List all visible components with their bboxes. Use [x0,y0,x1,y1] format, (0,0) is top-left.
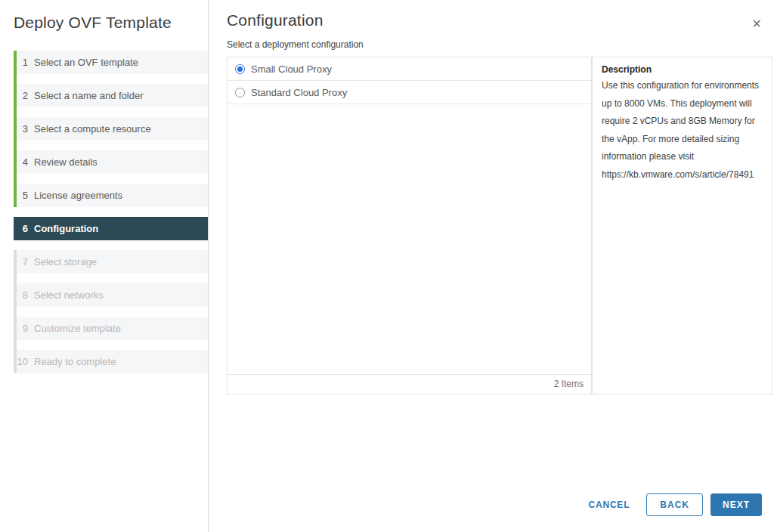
step-label: Select networks [34,289,104,301]
step-label: Select an OVF template [34,57,138,68]
cancel-button[interactable]: CANCEL [586,493,633,516]
radio-unselected-icon[interactable] [235,88,245,97]
config-option-small-cloud-proxy[interactable]: Small Cloud Proxy [228,57,591,81]
footer-actions: CANCEL BACK NEXT [586,493,763,516]
step-label: Configuration [34,223,98,234]
step-number: 6 [17,223,28,234]
description-heading: Description [602,64,763,75]
configuration-area: Small Cloud ProxyStandard Cloud Proxy 2 … [227,57,774,394]
deploy-ovf-template-dialog: Deploy OVF Template 1Select an OVF templ… [0,0,774,532]
close-icon: ✕ [752,17,762,30]
step-label: License agreements [34,190,122,201]
wizard-steps: 1Select an OVF template2Select a name an… [14,51,208,373]
page-title: Configuration [227,11,774,29]
step-group-completed: 1Select an OVF template2Select a name an… [14,51,208,207]
step-number: 9 [17,323,28,334]
step-number: 10 [17,356,28,367]
wizard-content: ✕ Configuration Select a deployment conf… [209,0,774,532]
back-button[interactable]: BACK [646,493,703,516]
option-label: Small Cloud Proxy [251,63,332,75]
step-number: 3 [17,123,28,135]
step-number: 1 [17,57,28,68]
sidebar-step-8: 8Select networks [17,283,208,307]
table-footer: 2 Items [228,374,591,394]
step-number: 2 [17,90,28,101]
step-number: 5 [17,190,28,201]
step-label: Customize template [34,323,121,334]
wizard-sidebar: Deploy OVF Template 1Select an OVF templ… [0,0,209,532]
step-number: 8 [17,289,28,301]
step-label: Select storage [34,256,97,268]
next-button[interactable]: NEXT [711,493,762,516]
option-label: Standard Cloud Proxy [251,87,347,98]
sidebar-step-1[interactable]: 1Select an OVF template [17,51,208,74]
step-label: Select a name and folder [34,90,144,101]
step-label: Select a compute resource [34,123,151,135]
sidebar-step-10: 10Ready to complete [17,350,208,373]
radio-selected-icon[interactable] [235,64,245,74]
sidebar-step-5[interactable]: 5License agreements [17,184,208,207]
sidebar-step-2[interactable]: 2Select a name and folder [17,84,208,107]
items-count: 2 Items [554,379,584,389]
close-button[interactable]: ✕ [749,15,765,33]
configuration-options-list: Small Cloud ProxyStandard Cloud Proxy [228,57,591,104]
sidebar-step-3[interactable]: 3Select a compute resource [17,117,208,141]
step-label: Ready to complete [34,356,116,367]
description-text: Use this configuration for environments … [602,77,763,184]
sidebar-step-9: 9Customize template [17,317,208,340]
wizard-title: Deploy OVF Template [14,14,208,32]
configuration-options-table: Small Cloud ProxyStandard Cloud Proxy 2 … [227,57,592,394]
table-empty-space [228,104,591,374]
step-number: 4 [17,156,28,168]
sidebar-step-4[interactable]: 4Review details [17,150,208,174]
step-group-future: 7Select storage8Select networks9Customiz… [14,250,208,373]
config-option-standard-cloud-proxy[interactable]: Standard Cloud Proxy [228,81,591,104]
step-label: Review details [34,156,98,168]
sidebar-step-7: 7Select storage [17,250,208,274]
deployment-config-label: Select a deployment configuration [227,39,774,50]
sidebar-step-6[interactable]: 6Configuration [14,217,208,240]
description-panel: Description Use this configuration for e… [592,57,772,394]
step-number: 7 [17,256,28,268]
